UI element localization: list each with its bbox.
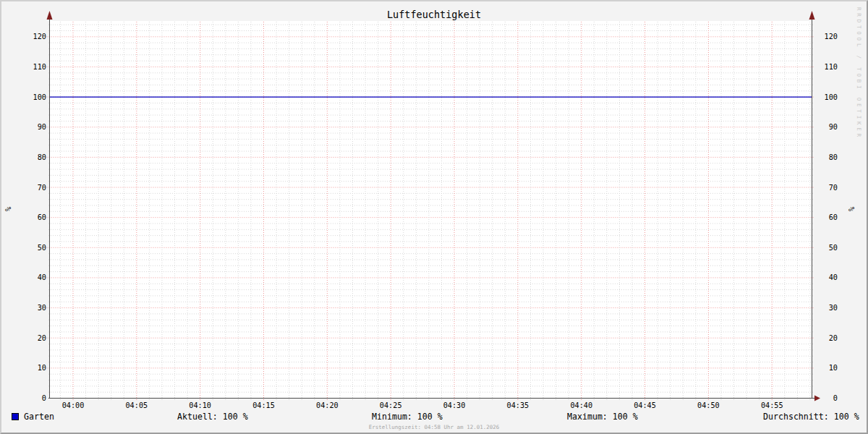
y-tick-label-left: 0 <box>23 394 46 402</box>
y-tick-label-left: 60 <box>23 213 46 221</box>
y-tick-label-right: 70 <box>816 184 838 192</box>
x-tick-label: 04:15 <box>242 401 286 409</box>
y-tick-label-right: 60 <box>816 213 838 221</box>
y-tick-label-left: 100 <box>23 93 46 101</box>
y-tick-label-right: 80 <box>816 153 838 161</box>
y-tick-label-left: 110 <box>23 63 46 71</box>
x-tick-label: 04:05 <box>115 401 158 409</box>
y-axis-unit-left: % <box>4 202 14 216</box>
x-tick-label: 04:30 <box>433 401 476 409</box>
y-tick-label-left: 20 <box>23 334 46 342</box>
plot-area <box>1 1 868 434</box>
x-tick-label: 04:35 <box>496 401 540 409</box>
y-tick-label-right: 120 <box>816 33 838 41</box>
y-tick-label-right: 90 <box>816 123 838 131</box>
y-tick-label-right: 10 <box>816 364 838 372</box>
rrdtool-watermark: RRDTOOL / TOBI OETIKER <box>856 7 862 140</box>
x-tick-label: 04:40 <box>560 401 603 409</box>
x-tick-label: 04:50 <box>686 401 730 409</box>
y-tick-label-right: 20 <box>816 334 838 342</box>
x-tick-label: 04:25 <box>369 401 412 409</box>
y-tick-label-right: 40 <box>816 273 838 281</box>
y-tick-label-left: 30 <box>23 304 46 312</box>
y-tick-label-right: 30 <box>816 304 838 312</box>
y-axis-unit-right: % <box>847 202 857 216</box>
x-tick-label: 04:55 <box>750 401 793 409</box>
x-tick-label: 04:45 <box>624 401 667 409</box>
x-tick-label: 04:00 <box>51 401 95 409</box>
y-tick-label-right: 110 <box>816 63 838 71</box>
x-tick-label: 04:20 <box>305 401 349 409</box>
y-tick-label-left: 70 <box>23 184 46 192</box>
y-tick-label-left: 90 <box>23 123 46 131</box>
rrdtool-graph: Luftfeuchtigkeit 01020304050607080901001… <box>0 0 868 434</box>
y-tick-label-left: 50 <box>23 244 46 252</box>
y-tick-label-left: 120 <box>23 33 46 41</box>
y-tick-label-left: 80 <box>23 153 46 161</box>
y-tick-label-right: 100 <box>816 93 838 101</box>
y-tick-label-right: 0 <box>816 394 838 402</box>
y-tick-label-left: 40 <box>23 273 46 281</box>
y-tick-label-right: 50 <box>816 244 838 252</box>
y-tick-label-left: 10 <box>23 364 46 372</box>
creation-time: Erstellungszeit: 04:58 Uhr am 12.01.2026 <box>1 424 867 430</box>
x-tick-label: 04:10 <box>179 401 222 409</box>
